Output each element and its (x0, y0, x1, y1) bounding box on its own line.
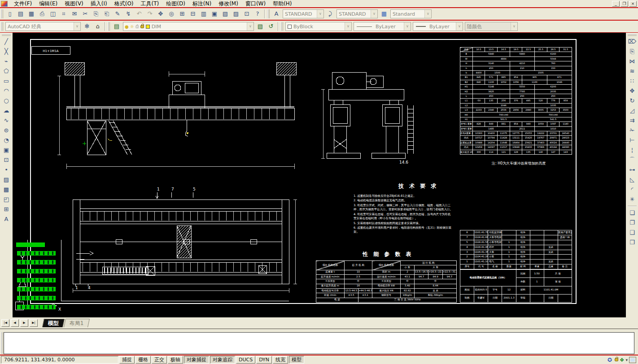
quickcalc-icon[interactable]: ⊡ (242, 9, 252, 19)
help-icon[interactable]: ? (253, 9, 262, 19)
rotate-icon[interactable]: ↻ (627, 96, 638, 106)
toolbar-grip[interactable] (628, 34, 637, 36)
spline-icon[interactable]: ∿ (1, 116, 12, 126)
layer-lock-icon[interactable] (140, 25, 144, 28)
extend-icon[interactable]: ⊢ (627, 135, 638, 145)
menu-9[interactable]: 窗口(W) (242, 0, 269, 8)
chevron-down-icon[interactable]: ∨ (424, 10, 431, 18)
rectangle-icon[interactable]: ▭ (1, 76, 12, 86)
menu-8[interactable]: 修改(M) (215, 0, 242, 8)
table-style-icon[interactable]: ▦ (379, 9, 389, 19)
join-icon[interactable]: ⊶ (627, 165, 638, 175)
menu-10[interactable]: 帮助(H) (269, 0, 295, 8)
open-icon[interactable]: ▤ (16, 9, 26, 19)
publish-icon[interactable]: ⌗ (59, 9, 69, 19)
toolbar-grip[interactable] (281, 22, 283, 31)
text-style-combo[interactable]: STANDARD ∨ (283, 9, 324, 18)
table-style-combo[interactable]: Standard ∨ (390, 9, 432, 18)
cut-icon[interactable]: ✂ (80, 9, 90, 19)
designcenter-icon[interactable]: ▣ (210, 9, 219, 19)
my-workspace-icon[interactable]: ⌂ (93, 22, 103, 31)
bring-above-objects-icon[interactable]: ❑ (627, 228, 638, 238)
menu-0[interactable]: 文件(F) (10, 0, 35, 8)
stretch-icon[interactable]: ⇉ (627, 116, 638, 126)
save-icon[interactable]: ▦ (26, 9, 36, 19)
workspace-settings-icon[interactable]: ✻ (82, 22, 92, 31)
toolbar-grip[interactable] (267, 9, 270, 18)
layer-plot-icon[interactable]: ⎙ (135, 24, 139, 29)
linetype-combo[interactable]: ByLayer ∨ (354, 22, 411, 31)
layer-on-icon[interactable]: ● (125, 24, 129, 29)
tab-nav-2[interactable]: ▶ (20, 319, 28, 327)
revision-cloud-icon[interactable]: ☁ (1, 106, 12, 116)
text-style-icon[interactable]: A (271, 9, 281, 19)
offset-icon[interactable]: ≋ (627, 66, 638, 76)
mirror-icon[interactable]: ⋈ (627, 56, 638, 66)
circle-icon[interactable]: ○ (1, 96, 12, 106)
status-toggle-捕捉[interactable]: 捕捉 (119, 356, 135, 364)
menu-2[interactable]: 视图(V) (61, 0, 87, 8)
explode-icon[interactable]: ✳ (627, 195, 638, 204)
tab-布局1[interactable]: 布局1 (64, 319, 90, 327)
restore-button[interactable]: ❐ (621, 1, 628, 7)
tab-nav-0[interactable]: |◀ (1, 319, 9, 327)
table-icon[interactable]: ⊞ (1, 204, 12, 214)
status-toggle-正交[interactable]: 正交 (152, 356, 167, 364)
copy-icon[interactable]: ⎘ (627, 47, 638, 56)
status-toggle-对象捕捉[interactable]: 对象捕捉 (184, 356, 209, 364)
toolbar-grip[interactable] (1, 22, 3, 31)
bring-to-front-icon[interactable]: ❏ (627, 208, 638, 218)
clean-screen-button[interactable] (629, 357, 636, 363)
chevron-down-icon[interactable]: ∨ (456, 22, 463, 30)
tray-menu-arrow-icon[interactable]: ▾ (625, 357, 628, 363)
minimize-button[interactable]: _ (612, 1, 620, 7)
menu-6[interactable]: 绘图(D) (162, 0, 189, 8)
chevron-down-icon[interactable]: ∨ (371, 10, 377, 18)
pan-icon[interactable]: ✥ (156, 9, 166, 19)
layer-properties-icon[interactable]: ▤ (112, 22, 122, 31)
qnew-icon[interactable]: ▯ (5, 9, 15, 19)
zoom-window-icon[interactable]: ⊞ (177, 9, 187, 19)
break-icon[interactable]: ⌒ (627, 155, 638, 165)
tool-palettes-icon[interactable]: ▧ (220, 9, 230, 19)
redo-icon[interactable]: ↷ (145, 9, 155, 19)
chevron-down-icon[interactable]: ∨ (247, 22, 253, 30)
toolbar-grip[interactable] (1, 9, 3, 18)
plot-icon[interactable]: ⎙ (37, 9, 47, 19)
toolbar-grip[interactable] (108, 22, 110, 31)
paste-icon[interactable]: ⎗ (102, 9, 112, 19)
tab-nav-3[interactable]: ▶| (30, 319, 38, 327)
tab-nav-1[interactable]: ◀ (11, 319, 19, 327)
workspace-combo[interactable]: AutoCAD 经典 ∨ (5, 22, 81, 31)
construction-line-icon[interactable]: ╳ (1, 47, 12, 56)
send-to-back-icon[interactable]: ❐ (627, 218, 638, 228)
chamfer-icon[interactable]: ◺ (627, 175, 638, 185)
drawing-canvas[interactable]: H1+1M1A (13, 33, 626, 317)
layer-freeze-icon[interactable]: ☼ (130, 24, 134, 29)
lineweight-combo[interactable]: ByLayer ∨ (413, 22, 463, 31)
polygon-icon[interactable]: ⬠ (1, 66, 12, 76)
hatch-icon[interactable]: ▨ (1, 175, 12, 185)
region-icon[interactable]: ◰ (1, 195, 12, 204)
status-toggle-DYN[interactable]: DYN (256, 356, 272, 364)
line-icon[interactable]: ╱ (1, 37, 12, 47)
array-icon[interactable]: ∷ (627, 76, 638, 86)
status-toggle-对象追踪[interactable]: 对象追踪 (210, 356, 235, 364)
erase-icon[interactable]: ⌦ (627, 37, 638, 47)
close-button[interactable]: × (629, 1, 637, 7)
status-toggle-线宽[interactable]: 线宽 (273, 356, 288, 364)
send-under-objects-icon[interactable]: ❒ (627, 238, 638, 247)
menu-7[interactable]: 标注(N) (189, 0, 215, 8)
make-block-icon[interactable]: ⊡ (1, 155, 12, 165)
layer-color-swatch[interactable] (146, 25, 150, 29)
status-toggle-栅格[interactable]: 栅格 (135, 356, 151, 364)
menu-4[interactable]: 格式(O) (111, 0, 137, 8)
zoom-realtime-icon[interactable]: ◎ (166, 9, 176, 19)
etransmit-icon[interactable]: ✉ (70, 9, 79, 19)
status-toggle-模型[interactable]: 模型 (289, 356, 304, 364)
multiline-text-icon[interactable]: A (1, 214, 12, 224)
trim-icon[interactable]: ✁ (627, 126, 638, 135)
point-icon[interactable]: • (1, 165, 12, 175)
chevron-down-icon[interactable]: ∨ (74, 22, 80, 30)
command-text[interactable] (4, 333, 634, 334)
